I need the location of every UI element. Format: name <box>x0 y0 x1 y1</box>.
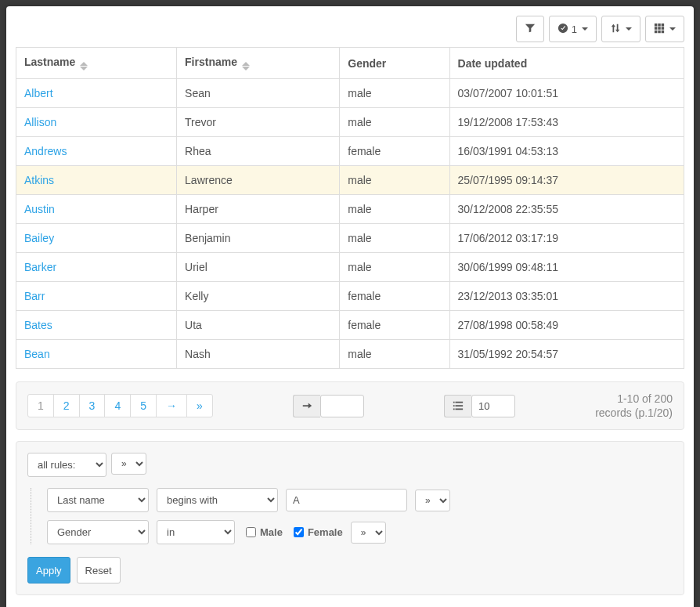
table-row: AtkinsLawrencemale25/07/1995 09:14:37 <box>16 166 684 195</box>
pager-bar: 12345→» 1-10 of 200 records (p.1/20) <box>16 381 684 430</box>
rules-container: Last name begins with » Gender in <box>31 488 673 544</box>
goto-page-button[interactable] <box>293 395 320 417</box>
rule-value-input[interactable] <box>286 489 407 511</box>
apply-button[interactable]: Apply <box>27 557 70 584</box>
check-circle-icon <box>557 23 568 36</box>
table-row: AllisonTrevormale19/12/2008 17:53:43 <box>16 108 684 137</box>
cell-gender: female <box>340 311 449 340</box>
rule-actions-select[interactable]: » <box>351 522 386 544</box>
caret-down-icon <box>582 27 588 31</box>
filter-area: all rules: » Last name begins with » <box>16 441 684 595</box>
lastname-link[interactable]: Barker <box>24 261 56 273</box>
male-label: Male <box>260 526 283 538</box>
sort-options-button[interactable] <box>601 16 640 42</box>
table-row: AlbertSeanmale03/07/2007 10:01:51 <box>16 79 684 108</box>
page-link[interactable]: 4 <box>104 394 131 417</box>
filter-icon <box>525 23 536 36</box>
cell-lastname: Barr <box>16 282 177 311</box>
page-link[interactable]: 3 <box>79 394 106 417</box>
rule-actions-select[interactable]: » <box>415 490 450 511</box>
filter-rule: Last name begins with » <box>47 488 673 512</box>
rule-option-female[interactable]: Female <box>290 525 343 540</box>
combinator-select[interactable]: all rules: <box>27 453 106 477</box>
filter-actions: Apply Reset <box>27 557 673 584</box>
table-row: BatesUtafemale27/08/1998 00:58:49 <box>16 311 684 340</box>
sort-icon <box>610 23 621 36</box>
filter-toggle-button[interactable] <box>516 16 544 42</box>
records-info-line1: 1-10 of 200 <box>595 392 673 406</box>
page-link[interactable]: 1 <box>27 394 54 417</box>
lastname-link[interactable]: Allison <box>24 116 56 128</box>
table-row: BarkerUrielmale30/06/1999 09:48:11 <box>16 253 684 282</box>
cell-date: 27/08/1998 00:58:49 <box>449 311 684 340</box>
column-header[interactable]: Lastname <box>16 48 177 79</box>
goto-page-input[interactable] <box>320 395 364 417</box>
table-header-row: LastnameFirstnameGenderDate updated <box>16 48 684 79</box>
selection-count-button[interactable]: 1 <box>549 16 597 42</box>
cell-firstname: Lawrence <box>177 166 340 195</box>
lastname-link[interactable]: Bailey <box>24 232 54 244</box>
page-link[interactable]: » <box>186 394 213 417</box>
cell-firstname: Nash <box>177 340 340 369</box>
grid-toolbar: 1 <box>16 16 684 42</box>
add-group-select[interactable]: » <box>111 453 146 475</box>
cell-gender: male <box>340 166 449 195</box>
cell-date: 31/05/1992 20:54:57 <box>449 340 684 369</box>
caret-down-icon <box>626 27 632 31</box>
cell-firstname: Harper <box>177 195 340 224</box>
lastname-link[interactable]: Andrews <box>24 145 67 157</box>
page-link[interactable]: 5 <box>130 394 157 417</box>
cell-gender: male <box>340 224 449 253</box>
page-link[interactable]: 2 <box>53 394 80 417</box>
rule-field-select[interactable]: Last name <box>47 488 149 512</box>
column-header: Date updated <box>449 48 684 79</box>
data-table: LastnameFirstnameGenderDate updated Albe… <box>16 47 684 369</box>
cell-date: 25/07/1995 09:14:37 <box>449 166 684 195</box>
table-row: BaileyBenjaminmale17/06/2012 03:17:19 <box>16 224 684 253</box>
page-size-button[interactable] <box>444 395 471 417</box>
goto-page-group <box>293 395 364 417</box>
column-header: Gender <box>340 48 449 79</box>
filter-rule: Gender in Male Female » <box>47 520 673 544</box>
cell-date: 17/06/2012 03:17:19 <box>449 224 684 253</box>
lastname-link[interactable]: Bean <box>24 348 50 360</box>
lastname-link[interactable]: Albert <box>24 87 53 99</box>
arrow-right-icon <box>301 400 312 411</box>
columns-options-button[interactable] <box>645 16 684 42</box>
cell-lastname: Bates <box>16 311 177 340</box>
cell-date: 30/06/1999 09:48:11 <box>449 253 684 282</box>
column-label: Gender <box>348 57 386 70</box>
rule-field-select[interactable]: Gender <box>47 520 149 544</box>
table-row: BarrKellyfemale23/12/2013 03:35:01 <box>16 282 684 311</box>
lastname-link[interactable]: Austin <box>24 203 55 215</box>
table-row: AndrewsRheafemale16/03/1991 04:53:13 <box>16 137 684 166</box>
list-icon <box>453 400 464 411</box>
cell-lastname: Allison <box>16 108 177 137</box>
lastname-link[interactable]: Barr <box>24 290 45 302</box>
lastname-link[interactable]: Atkins <box>24 174 54 186</box>
female-checkbox[interactable] <box>294 527 304 537</box>
rule-option-male[interactable]: Male <box>243 525 283 540</box>
rule-op-select[interactable]: begins with <box>157 488 278 512</box>
cell-date: 03/07/2007 10:01:51 <box>449 79 684 108</box>
cell-gender: male <box>340 79 449 108</box>
pagination: 12345→» <box>27 394 213 417</box>
records-info-line2: records (p.1/20) <box>595 406 673 420</box>
caret-down-icon <box>669 27 676 31</box>
column-header[interactable]: Firstname <box>177 48 340 79</box>
cell-firstname: Benjamin <box>177 224 340 253</box>
page-link[interactable]: → <box>156 394 187 417</box>
reset-button[interactable]: Reset <box>77 557 121 584</box>
rule-op-select[interactable]: in <box>157 520 235 544</box>
grid-icon <box>654 23 665 36</box>
page-size-group <box>444 395 515 417</box>
cell-firstname: Rhea <box>177 137 340 166</box>
page-size-input[interactable] <box>471 395 515 417</box>
cell-firstname: Trevor <box>177 108 340 137</box>
grid-panel: 1 LastnameFirstnameGenderDate updated Al… <box>6 6 694 607</box>
male-checkbox[interactable] <box>246 527 256 537</box>
lastname-link[interactable]: Bates <box>24 319 52 331</box>
sort-icon <box>80 62 88 70</box>
filter-header: all rules: » <box>27 453 673 477</box>
cell-gender: male <box>340 108 449 137</box>
